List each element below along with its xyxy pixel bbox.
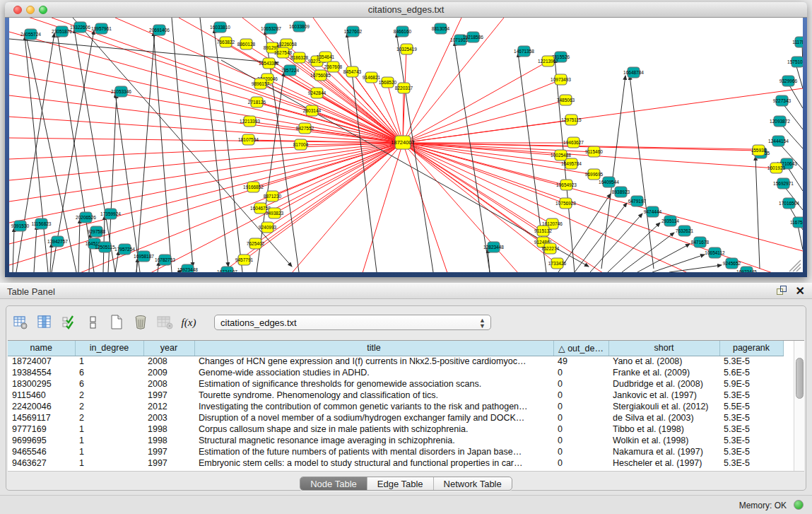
table-cell[interactable]: Nakamura et al. (1997) [608,446,719,457]
table-cell[interactable]: 5.9E-5 [719,378,783,390]
graph-node[interactable]: 18107534 [238,134,259,145]
graph-node[interactable]: 9242844 [308,88,326,98]
graph-node[interactable]: 9146821 [363,72,381,83]
graph-node[interactable]: 1527602 [344,26,363,37]
graph-node[interactable]: 12093872 [770,116,790,127]
table-selector-dropdown[interactable]: citations_edges.txt ▲▼ [214,315,491,330]
table-cell[interactable]: Jankovic et al. (1997) [608,390,719,401]
table-cell[interactable]: 1 [75,457,143,469]
table-row[interactable]: 1872400712008Changes of HCN gene express… [8,356,783,367]
graph-node[interactable]: 17016504 [779,198,799,209]
graph-node[interactable]: 11156823 [32,218,52,229]
graph-node[interactable]: 19322606 [70,22,90,33]
graph-node[interactable]: 1167534 [790,217,803,228]
tab-edge-table[interactable]: Edge Table [367,477,434,490]
table-cell[interactable]: 0 [553,367,608,378]
delete-trash-icon[interactable] [132,314,149,331]
table-cell[interactable]: 1 [75,424,143,435]
tab-network-table[interactable]: Network Table [434,477,512,490]
graph-node[interactable]: 13942757 [47,236,68,247]
table-cell[interactable]: 5.3E-5 [719,424,783,435]
table-cell[interactable]: Changes of HCN gene expression and I(f) … [194,356,553,367]
graph-node[interactable]: 1117800 [792,37,803,47]
table-cell[interactable]: Embryonic stem cells: a model to study s… [194,457,553,469]
graph-node[interactable]: 16033809 [289,21,310,32]
graph-node[interactable]: 6479197 [628,196,647,206]
graph-node[interactable]: 1733426 [548,258,567,269]
table-cell[interactable]: 1997 [143,457,194,469]
new-file-icon[interactable] [108,314,125,331]
column-header-title[interactable]: title [194,341,553,356]
graph-node[interactable]: 9227343 [773,95,792,106]
graph-node[interactable]: 23051876 [52,26,72,37]
table-cell[interactable]: 9699695 [8,435,75,446]
graph-node[interactable]: 18957961 [91,23,112,34]
graph-node[interactable]: 8813054 [432,23,450,34]
graph-node[interactable]: 9457791 [235,255,254,265]
select-rows-icon[interactable] [60,314,77,331]
column-header-pagerank[interactable]: pagerank [719,341,783,356]
table-cell[interactable]: 5.3E-5 [719,446,783,457]
table-row[interactable]: 911546021997Tourette syndrome. Phenomeno… [8,390,783,401]
graph-node[interactable]: 155938 [751,145,767,156]
table-cell[interactable]: 0 [553,412,608,424]
table-cell[interactable]: 6 [75,367,143,378]
table-cell[interactable]: 6 [75,378,143,390]
tab-node-table[interactable]: Node Table [300,477,367,490]
table-scrollbar-thumb[interactable] [796,358,804,399]
graph-node[interactable]: 15923448 [177,264,198,272]
graph-node[interactable]: 16543382 [259,58,279,69]
table-cell[interactable]: 5.3E-5 [719,457,783,469]
column-header-short[interactable]: short [608,341,719,356]
graph-node[interactable]: 17359924 [100,209,121,219]
table-cell[interactable]: 0 [553,401,608,412]
table-cell[interactable]: 2008 [143,378,194,390]
table-cell[interactable]: 0 [553,446,608,457]
table-cell[interactable]: 0 [553,378,608,390]
column-header-name[interactable]: name [8,341,75,356]
graph-node[interactable]: 17957254 [114,244,135,255]
graph-node[interactable]: 9245652 [723,258,741,269]
graph-node[interactable]: 9699695 [585,169,604,180]
node-table[interactable]: namein_degreeyeartitle△ out_de…shortpage… [8,341,784,469]
table-cell[interactable]: Estimation of the future numbers of pati… [194,446,553,457]
table-scrollbar[interactable] [794,341,804,471]
function-builder-icon[interactable]: f(x) [180,314,197,331]
graph-node[interactable]: 12444154 [768,136,789,146]
graph-node[interactable]: 8220317 [395,83,413,93]
graph-node[interactable]: 20206526 [76,212,96,223]
table-cell[interactable]: 9465546 [8,446,75,457]
column-chooser-icon[interactable] [36,314,53,331]
table-cell[interactable]: 1998 [143,435,194,446]
graph-node[interactable]: 12975115 [561,115,582,125]
table-cell[interactable]: 1998 [143,424,194,435]
graph-node[interactable]: 8454743 [343,66,362,77]
graph-node[interactable]: 16648784 [623,67,644,78]
table-cell[interactable]: 5.6E-5 [719,367,783,378]
table-cell[interactable]: Dudbridge et al. (2008) [608,378,719,390]
close-panel-icon[interactable]: ✕ [796,286,805,296]
graph-node[interactable]: 1568520 [379,77,397,88]
table-row[interactable]: 969969511998Structural magnetic resonanc… [8,435,783,446]
graph-node[interactable]: 8466160 [394,26,412,37]
table-cell[interactable]: 0 [553,424,608,435]
graph-node[interactable]: 8471678 [691,237,710,247]
table-cell[interactable]: Investigating the contribution of common… [194,401,553,412]
table-cell[interactable]: 5.3E-5 [719,412,783,424]
graph-node[interactable]: 817004 [293,139,309,150]
graph-node[interactable]: 15751074 [787,57,803,67]
table-cell[interactable]: 19384554 [8,367,75,378]
graph-node[interactable]: 16409544 [599,177,619,187]
graph-node[interactable]: 8860128 [237,39,256,49]
graph-node[interactable]: 10653287 [261,23,281,34]
table-row[interactable]: 1938455462009Genome-wide association stu… [8,367,783,378]
graph-node[interactable]: 14671358 [514,46,534,57]
table-cell[interactable]: 9115460 [8,390,75,401]
table-cell[interactable]: 2 [75,412,143,424]
graph-node[interactable]: 16033810 [210,22,230,33]
table-cell[interactable]: 2 [75,390,143,401]
table-cell[interactable]: 14569117 [8,412,75,424]
table-row[interactable]: 977716911998Corpus callosum shape and si… [8,424,783,435]
table-cell[interactable]: Stergiakouli et al. (2012) [608,401,719,412]
table-cell[interactable]: 0 [553,390,608,401]
